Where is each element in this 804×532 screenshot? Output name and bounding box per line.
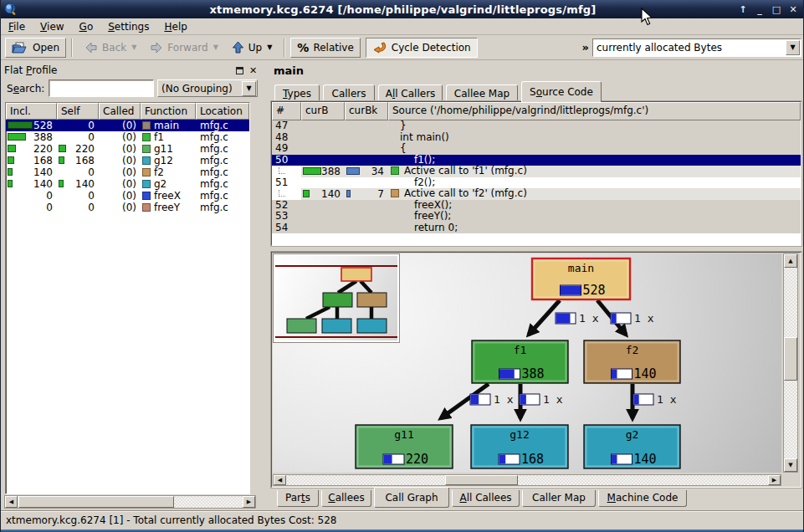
flat-profile-row-freeX[interactable]: 00(0)freeXmfg.c [6, 190, 249, 202]
dock-hscrollbar[interactable]: ◀ ▶ [4, 495, 256, 509]
flat-profile-row-g12[interactable]: 168168(0)g12mfg.c [6, 155, 249, 166]
graph-overview-minimap[interactable] [273, 253, 400, 343]
tab-callers[interactable]: Callers [323, 84, 375, 102]
window-maximize-button[interactable]: □ [770, 3, 783, 16]
graph-node-f1[interactable]: f1388 [472, 340, 568, 383]
cell-source: freeY(); [388, 211, 801, 223]
dock-close-button[interactable]: ✕ [248, 65, 259, 76]
scroll-left-icon[interactable]: ◀ [5, 496, 18, 508]
source-row-48[interactable]: 48int main() [272, 132, 801, 144]
tab-callee-map[interactable]: Callee Map [446, 84, 518, 102]
event-type-combobox[interactable]: currently allocated Bytes ▼ [592, 38, 801, 57]
tab-types[interactable]: Types [274, 84, 320, 102]
cell-function: f2 [141, 166, 196, 178]
column-header-source[interactable]: Source ('/home/philippe/valgrind/littlep… [388, 102, 801, 120]
scroll-right-icon[interactable]: ▶ [243, 496, 255, 508]
graph-hscrollbar[interactable]: ◀ ▶ [273, 474, 781, 486]
location-value: mfg.c [196, 155, 228, 166]
graph-node-f2[interactable]: f2140 [584, 340, 680, 383]
window-minimize-button[interactable]: _ [753, 3, 766, 16]
column-header-function[interactable]: Function [141, 103, 196, 120]
menu-file[interactable]: File [1, 19, 33, 34]
column-header-incl[interactable]: Incl. [6, 103, 57, 120]
minimap-red-line [275, 336, 397, 338]
function-name: g11 [154, 143, 173, 155]
source-row-54[interactable]: 54return 0; [272, 223, 801, 234]
source-row-47[interactable]: 47} [272, 120, 801, 132]
graph-node-main[interactable]: main528 [532, 258, 630, 299]
function-color-icon [142, 192, 151, 200]
up-dropdown-arrow[interactable]: ▼ [267, 43, 272, 51]
tab-parts[interactable]: Parts [277, 490, 319, 507]
source-header-row: # curB curBk Source ('/home/philippe/val… [272, 102, 801, 120]
graph-scroll-left-icon[interactable]: ◀ [274, 475, 286, 485]
event-type-value: currently allocated Bytes [593, 42, 786, 54]
flat-profile-row-f2[interactable]: 1400(0)f2mfg.c [6, 166, 249, 178]
tab-all-callers[interactable]: All Callers [378, 84, 443, 102]
source-row-50[interactable]: 50f1(); [272, 155, 801, 166]
column-header-curb[interactable]: curB [301, 102, 345, 120]
column-header-called[interactable]: Called [99, 103, 141, 120]
cycle-detection-button[interactable]: Cycle Detection [366, 38, 478, 58]
open-button[interactable]: Open [5, 38, 66, 58]
tab-all-callees[interactable]: All Callees [452, 490, 520, 507]
called-value: (0) [99, 131, 141, 143]
toolbar-overflow-chevron[interactable]: » [579, 41, 592, 54]
column-header-line[interactable]: # [272, 102, 301, 120]
relative-button[interactable]: % Relative [290, 38, 360, 58]
menu-go[interactable]: Go [72, 19, 101, 34]
scroll-down-icon[interactable]: ▼ [784, 458, 797, 472]
column-header-location[interactable]: Location [196, 103, 249, 120]
window-keep-above-button[interactable]: ↑ [736, 3, 750, 16]
grouping-dropdown-icon[interactable]: ▼ [242, 81, 256, 96]
back-dropdown-arrow[interactable]: ▼ [131, 43, 136, 51]
tab-caller-map[interactable]: Caller Map [522, 490, 596, 507]
back-button[interactable]: Back ▼ [78, 38, 143, 58]
menu-settings[interactable]: Settings [100, 19, 156, 34]
flat-profile-row-f1[interactable]: 3880(0)f1mfg.c [6, 131, 249, 143]
source-row-52[interactable]: 52freeX(); [272, 200, 801, 212]
graph-node-g11[interactable]: g11220 [356, 425, 453, 468]
forward-button[interactable]: Forward ▼ [143, 38, 224, 58]
menu-help[interactable]: Help [156, 19, 194, 34]
graph-node-g2[interactable]: g2140 [584, 425, 680, 468]
flat-profile-row-g2[interactable]: 140140(0)g2mfg.c [6, 178, 249, 190]
up-button[interactable]: Up ▼ [225, 38, 279, 58]
function-name: main [154, 120, 179, 131]
flat-profile-row-main[interactable]: 5280(0)mainmfg.c [6, 120, 249, 131]
graph-vscroll-thumb[interactable] [784, 337, 797, 381]
function-color-icon [142, 145, 151, 153]
tab-callees[interactable]: Callees [321, 490, 371, 507]
window-titlebar[interactable]: xtmemory.kcg.6274 [/home/philippe/valgri… [1, 0, 804, 18]
forward-dropdown-arrow[interactable]: ▼ [213, 43, 218, 51]
source-call-row[interactable]: 1407Active call to 'f2' (mfg.c) [272, 188, 801, 200]
menu-view[interactable]: View [33, 19, 71, 34]
column-header-curbk[interactable]: curBk [345, 102, 388, 120]
combo-dropdown-icon[interactable]: ▼ [786, 40, 800, 55]
dock-flat-profile-header[interactable]: Flat Profile ✕ [4, 63, 259, 78]
node-label: f1 [514, 344, 527, 356]
tab-call-graph[interactable]: Call Graph [374, 488, 449, 508]
graph-edge-main-f1[interactable] [529, 300, 560, 335]
scroll-up-icon[interactable]: ▲ [784, 254, 797, 268]
source-row-49[interactable]: 49{ [272, 143, 801, 155]
grouping-combobox[interactable]: (No Grouping) ▼ [157, 79, 258, 97]
source-row-53[interactable]: 53freeY(); [272, 211, 801, 223]
horizontal-splitter[interactable] [271, 246, 801, 252]
source-row-51[interactable]: 51f2(); [272, 177, 801, 189]
search-input[interactable] [49, 79, 154, 97]
graph-vscrollbar[interactable]: ▲ ▼ [783, 253, 798, 473]
tab-source-code[interactable]: Source Code [521, 81, 602, 102]
vertical-splitter[interactable] [261, 61, 270, 510]
graph-scroll-right-icon[interactable]: ▶ [768, 475, 781, 485]
source-call-row[interactable]: 38834Active call to 'f1' (mfg.c) [272, 166, 801, 177]
dock-float-button[interactable] [234, 65, 245, 76]
flat-profile-row-g11[interactable]: 220220(0)g11mfg.c [6, 143, 249, 155]
tab-machine-code[interactable]: Machine Code [598, 490, 687, 507]
dock-hscroll-thumb[interactable] [18, 496, 174, 508]
graph-hscroll-thumb[interactable] [445, 475, 518, 485]
flat-profile-row-freeY[interactable]: 00(0)freeYmfg.c [6, 202, 249, 213]
graph-node-g12[interactable]: g12168 [471, 425, 568, 468]
column-header-self[interactable]: Self [57, 103, 99, 120]
window-close-button[interactable]: ✕ [786, 3, 800, 16]
